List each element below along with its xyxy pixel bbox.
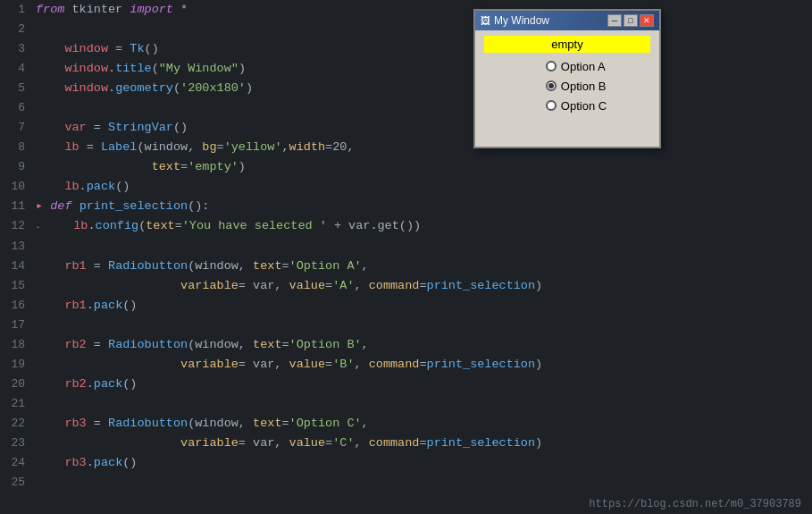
code-line: 1from tkinter import * (0, 0, 812, 20)
tk-titlebar-title: My Window (494, 14, 607, 27)
line-content: window.geometry('200x180') (36, 79, 253, 98)
code-line: 14 rb1 = Radiobutton(window, text='Optio… (0, 257, 812, 276)
code-line: 5 window.geometry('200x180') (0, 79, 812, 98)
line-content: variable= var, value='A', command=print_… (36, 276, 542, 296)
tk-controls: ─ □ ✕ (607, 14, 654, 27)
tk-radio-label: Option B (561, 80, 607, 93)
line-content: rb2 = Radiobutton(window, text='Option B… (36, 335, 369, 355)
line-content: lb.pack() (36, 177, 130, 197)
tk-radio-row[interactable]: Option C (528, 96, 607, 115)
line-number: 23 (0, 434, 36, 453)
code-line: 20 rb2.pack() (0, 375, 812, 394)
line-number: 15 (0, 276, 36, 296)
line-number: 5 (0, 79, 36, 98)
code-line: 11▸ def print_selection(): (0, 197, 812, 216)
line-number: 25 (0, 473, 36, 493)
code-line: 21 (0, 394, 812, 414)
status-bar: https://blog.csdn.net/m0_37903789 (0, 494, 812, 514)
tk-radio-button[interactable] (546, 80, 557, 91)
line-number: 17 (0, 316, 36, 335)
line-number: 2 (0, 20, 36, 39)
code-line: 10 lb.pack() (0, 177, 812, 197)
tk-body: empty Option AOption BOption C (475, 30, 659, 147)
line-content: rb1.pack() (36, 296, 137, 316)
code-line: 18 rb2 = Radiobutton(window, text='Optio… (0, 335, 812, 355)
line-number: 21 (0, 394, 36, 414)
line-number: 7 (0, 118, 36, 138)
line-content: window.title("My Window") (36, 59, 246, 79)
tk-radio-label: Option C (561, 99, 607, 113)
tk-radio-row[interactable]: Option A (528, 56, 607, 76)
code-line: 3 window = Tk() (0, 39, 812, 59)
code-line: 9 text='empty') (0, 157, 812, 177)
line-number: 10 (0, 177, 36, 197)
code-line: 17 (0, 316, 812, 335)
tk-label: empty (484, 36, 650, 53)
tk-maximize-button[interactable]: □ (624, 14, 638, 27)
line-content: text='empty') (36, 157, 246, 177)
code-line: 23 variable= var, value='C', command=pri… (0, 434, 812, 453)
line-number: 6 (0, 98, 36, 118)
code-line: 12⬩ lb.config(text='You have selected ' … (0, 216, 812, 237)
line-content: lb = Label(window, bg='yellow',width=20, (36, 138, 355, 157)
line-content: from tkinter import * (36, 0, 188, 20)
tk-radio-row[interactable]: Option B (528, 76, 607, 96)
line-number: 19 (0, 355, 36, 375)
code-line: 8 lb = Label(window, bg='yellow',width=2… (0, 138, 812, 157)
code-line: 4 window.title("My Window") (0, 59, 812, 79)
line-number: 1 (0, 0, 36, 20)
line-content: ▸ def print_selection(): (36, 197, 209, 216)
line-number: 3 (0, 39, 36, 59)
line-number: 11 (0, 197, 36, 216)
line-content: variable= var, value='C', command=print_… (36, 434, 542, 453)
status-url: https://blog.csdn.net/m0_37903789 (589, 498, 801, 510)
tk-close-button[interactable]: ✕ (640, 14, 654, 27)
code-line: 7 var = StringVar() (0, 118, 812, 138)
line-content: ⬩ lb.config(text='You have selected ' + … (36, 216, 421, 237)
code-editor: 1from tkinter import *23 window = Tk()4 … (0, 0, 812, 514)
line-content: rb1 = Radiobutton(window, text='Option A… (36, 257, 369, 276)
line-content: variable= var, value='B', command=print_… (36, 355, 542, 375)
line-number: 16 (0, 296, 36, 316)
line-number: 20 (0, 375, 36, 394)
line-content: rb3.pack() (36, 453, 137, 473)
line-number: 8 (0, 138, 36, 157)
code-line: 15 variable= var, value='A', command=pri… (0, 276, 812, 296)
line-number: 22 (0, 414, 36, 434)
code-line: 2 (0, 20, 812, 39)
tk-titlebar-icon: 🖼 (481, 15, 490, 26)
code-line: 25 (0, 473, 812, 493)
line-number: 24 (0, 453, 36, 473)
tk-minimize-button[interactable]: ─ (607, 14, 622, 27)
tk-window: 🖼 My Window ─ □ ✕ empty Option AOption B… (473, 9, 661, 148)
line-number: 4 (0, 59, 36, 79)
tk-radio-group: Option AOption BOption C (528, 56, 607, 115)
line-number: 14 (0, 257, 36, 276)
tk-radio-label: Option A (561, 60, 606, 73)
code-line: 16 rb1.pack() (0, 296, 812, 316)
tk-titlebar: 🖼 My Window ─ □ ✕ (475, 11, 659, 30)
line-number: 9 (0, 157, 36, 177)
line-number: 13 (0, 237, 36, 257)
tk-radio-button[interactable] (546, 100, 557, 111)
code-line: 6 (0, 98, 812, 118)
line-number: 12 (0, 216, 36, 236)
line-content: var = StringVar() (36, 118, 188, 138)
line-number: 18 (0, 335, 36, 355)
line-content: window = Tk() (36, 39, 159, 59)
line-content: rb3 = Radiobutton(window, text='Option C… (36, 414, 369, 434)
code-line: 24 rb3.pack() (0, 453, 812, 473)
code-line: 13 (0, 237, 812, 257)
code-lines: 1from tkinter import *23 window = Tk()4 … (0, 0, 812, 512)
code-line: 19 variable= var, value='B', command=pri… (0, 355, 812, 375)
code-line: 22 rb3 = Radiobutton(window, text='Optio… (0, 414, 812, 434)
line-content: rb2.pack() (36, 375, 137, 394)
tk-radio-button[interactable] (546, 61, 557, 72)
